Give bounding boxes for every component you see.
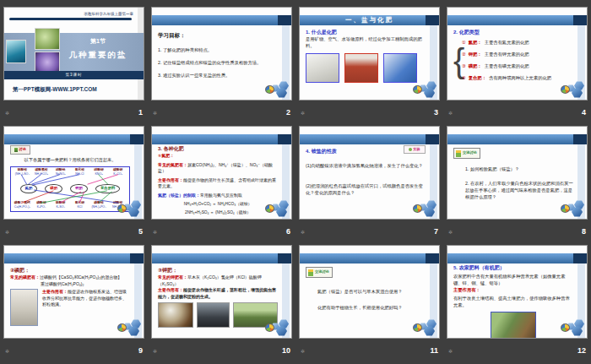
- chemical-equation: 2NH₃+H₂SO₄ ＝ (NH₄)₂SO₄（硫铵）: [158, 209, 278, 215]
- cell-footer: ✲ 2: [151, 101, 292, 124]
- slide-6-thumbnail[interactable]: 3. 各种化肥 ①氮肥： 常见的氮肥有：尿素CO(NH₂)₂、NH₄⁺（铵盐）、…: [151, 126, 292, 220]
- grid-cell-10: ③钾肥： 常见的钾肥有：草木灰（K₂CO₃）氯化钾（KCl）硫酸钾（K₂SO₄）…: [151, 245, 292, 362]
- blue-fertilizer-bag-photo: [383, 53, 417, 83]
- row-label: 常见的钾肥有：: [158, 274, 187, 280]
- slide-number: 1: [138, 108, 143, 117]
- slide-4-thumbnail[interactable]: 2. 化肥类型 { ① 氮肥： 主要含有氮元素的化肥 ② 钾肥： 主要含有钾元素…: [447, 7, 588, 101]
- question-text: (2)把湿润的红色石蕊试纸放在试管口，试纸颜色是否发生变化？变化的原因是什么？: [306, 183, 426, 197]
- slide-content: 交流讨论 氮肥（铵盐）是否可以与草木灰混合使用？ 化肥有助于植物生长，长期使用化…: [306, 267, 426, 336]
- slide-content: 交流讨论 1. 如何检验氮肥（铵盐）？ 2. 在农村，人们常取少量白色粉末状的化…: [453, 148, 573, 217]
- row-label: 主要作用有：: [158, 177, 183, 182]
- question-text: 2. 在农村，人们常取少量白色粉末状的化肥和消石灰一起放在手掌心搓，通过闻气味来…: [465, 181, 573, 201]
- slide-watermark-icon: ✲: [153, 348, 157, 354]
- ppt-site-logo-icon: [264, 200, 290, 217]
- slide-number: 4: [582, 108, 586, 117]
- ppt-site-logo-icon: [560, 200, 585, 217]
- grid-cell-3: 一、盐与化肥 1. 什么是化肥 是用矿物、空气、水等做原料，经过化学加工精制而成…: [299, 7, 440, 124]
- slide-banner: [447, 15, 587, 25]
- matching-diagram: 硫酸铵(NH₄)₂SO₄ 碳酸氢铵NH₄HCO₃ 硝酸钠NaNO₃ 氯化铵NH₄…: [10, 166, 130, 212]
- row-label: 氮肥（铵盐）的制取：: [158, 193, 200, 198]
- grid-cell-4: 2. 化肥类型 { ① 氮肥： 主要含有氮元素的化肥 ② 钾肥： 主要含有钾元素…: [447, 7, 588, 124]
- slide-number: 5: [138, 227, 143, 236]
- row-text: 过磷酸钙【CaSO₄和Ca(H₂PO₄)₂的混合物】: [40, 274, 122, 280]
- cell-footer: ✲ 1: [3, 101, 144, 124]
- cell-footer: ✲ 5: [3, 220, 144, 243]
- slide-10-thumbnail[interactable]: ③钾肥： 常见的钾肥有：草木灰（K₂CO₃）氯化钾（KCl）硫酸钾（K₂SO₄）…: [151, 245, 292, 339]
- stamp-label: 讨论: [19, 147, 26, 152]
- row-label: 主要作用有：: [158, 287, 183, 292]
- slide-thumbnail-grid: 浙教版科学九年级上册第一章 第1节 几种重要的盐 第3课时 第一PPT模板网-W…: [0, 0, 591, 364]
- slide-number: 12: [577, 346, 586, 355]
- experiment-stamp-icon: 实验: [404, 145, 426, 154]
- cell-footer: ✲ 7: [299, 220, 440, 243]
- wood-ash-photo: [158, 302, 193, 328]
- slide-content: 5. 农家肥料（有机肥） 农家肥料中含有大量有机物和多种营养元素（如微量元素硼、…: [453, 264, 573, 336]
- ppt-site-logo-icon: [560, 81, 585, 98]
- slide-9-thumbnail[interactable]: ②磷肥： 常见的磷肥有：过磷酸钙【CaSO₄和Ca(H₂PO₄)₂的混合物】 重…: [3, 245, 144, 339]
- session-text: 第3课时: [4, 71, 144, 79]
- slide-11-thumbnail[interactable]: 交流讨论 氮肥（铵盐）是否可以与草木灰混合使用？ 化肥有助于植物生长，长期使用化…: [299, 245, 440, 339]
- cells-photo-green: [35, 28, 60, 50]
- topic-heading: ③钾肥：: [158, 267, 278, 274]
- slide-2-thumbnail[interactable]: 学习目标： 1. 了解化肥的种类和特点。 2. 记住铵盐组成特点和铵盐的化学性质…: [151, 7, 292, 101]
- topic-heading: ②磷肥：: [10, 267, 130, 274]
- slide-number: 2: [286, 108, 290, 117]
- substance-formula: NH₄HCO₃: [32, 172, 52, 177]
- type-label: 复合肥：: [469, 75, 486, 82]
- discussion-stamp-icon: 讨论: [10, 145, 30, 155]
- slide-watermark-icon: ✲: [153, 110, 157, 116]
- slide-watermark-icon: ✲: [448, 229, 453, 235]
- type-row: ④ 复合肥： 含有两种或两种以上元素的化肥: [462, 75, 551, 82]
- pie-chart-icon: [413, 323, 422, 332]
- preparation: 氮肥（铵盐）的制取：常用酸与氨气反应制取: [158, 193, 278, 199]
- bottom-block: 主要作用有：能促进农作物根系发达、增强吸收养分和抗寒抗旱能力，促进作物穗数增多、…: [10, 289, 130, 326]
- slide-1-thumbnail[interactable]: 浙教版科学九年级上册第一章 第1节 几种重要的盐 第3课时 第一PPT模板网-W…: [3, 7, 144, 101]
- slide-watermark-icon: ✲: [153, 229, 157, 235]
- slide-banner: [447, 134, 587, 144]
- slide-5-thumbnail[interactable]: 讨论 以下各属于哪一类肥料？用线条将它们连起来。 硫酸铵(NH₄)₂SO₄ 碳酸…: [3, 126, 144, 220]
- category-ovals: 氮肥 磷肥 钾肥 复合肥料: [11, 184, 129, 194]
- question-text: 1. 如何检验氮肥（铵盐）？: [465, 166, 573, 173]
- slide-content: 讨论 以下各属于哪一类肥料？用线条将它们连起来。 硫酸铵(NH₄)₂SO₄ 碳酸…: [10, 145, 130, 217]
- ppt-site-logo-icon: [412, 319, 437, 336]
- exercise-question: 以下各属于哪一类肥料？用线条将它们连起来。: [10, 157, 130, 164]
- mini-picture-icon: [409, 148, 412, 151]
- slide-watermark-icon: ✲: [5, 348, 9, 354]
- pie-chart-icon: [265, 323, 274, 332]
- mini-picture-icon: [308, 269, 313, 276]
- slide-watermark-icon: ✲: [5, 229, 9, 235]
- grid-cell-12: 5. 农家肥料（有机肥） 农家肥料中含有大量有机物和多种营养元素（如微量元素硼、…: [447, 245, 588, 362]
- slide-watermark-icon: ✲: [448, 348, 453, 354]
- grid-cell-6: 3. 各种化肥 ①氮肥： 常见的氮肥有：尿素CO(NH₂)₂、NH₄⁺（铵盐）、…: [151, 126, 292, 243]
- cell-footer: ✲ 4: [447, 101, 588, 124]
- slide-3-thumbnail[interactable]: 一、盐与化肥 1. 什么是化肥 是用矿物、空气、水等做原料，经过化学加工精制而成…: [299, 7, 440, 101]
- slide-12-thumbnail[interactable]: 5. 农家肥料（有机肥） 农家肥料中含有大量有机物和多种营养元素（如微量元素硼、…: [447, 245, 588, 339]
- substance-formula: (NH₄)₂SO₄: [13, 172, 32, 177]
- type-row: ③ 磷肥： 主要含有磷元素的化肥: [462, 63, 551, 70]
- slide-number: 10: [282, 346, 290, 355]
- substance-formula: (NH₄)₃PO₄: [89, 205, 109, 209]
- question-text: (1)向硝酸铵浓溶液中滴加氢氧化钠溶液，发生了什么变化？: [306, 163, 426, 170]
- common-p-fertilizers: 常见的磷肥有：过磷酸钙【CaSO₄和Ca(H₂PO₄)₂的混合物】: [10, 274, 130, 281]
- topic-heading: 2. 化肥类型: [453, 29, 573, 36]
- type-label: 钾肥：: [469, 52, 482, 58]
- slide-banner: 一、盐与化肥: [300, 15, 439, 25]
- slide-banner: [4, 253, 144, 263]
- pie-chart-icon: [561, 323, 570, 332]
- pie-chart-icon: [561, 204, 570, 213]
- slide-content: ②磷肥： 常见的磷肥有：过磷酸钙【CaSO₄和Ca(H₂PO₄)₂的混合物】 重…: [10, 267, 130, 336]
- title-block: 第1节 几种重要的盐: [62, 37, 133, 61]
- slide-number: 7: [434, 227, 438, 236]
- mini-picture-icon: [456, 150, 461, 157]
- organic-description: 农家肥料中含有大量有机物和多种营养元素（如微量元素硼、锌、铜、锰、钼等）: [453, 274, 573, 287]
- row-label: 主要作用有：: [453, 287, 573, 294]
- lesson-number: 第1节: [62, 37, 133, 46]
- ppt-site-logo-icon: [412, 81, 437, 98]
- grid-cell-2: 学习目标： 1. 了解化肥的种类和特点。 2. 记住铵盐组成特点和铵盐的化学性质…: [151, 7, 292, 124]
- section-title: 一、盐与化肥: [300, 15, 439, 25]
- slide-8-thumbnail[interactable]: 交流讨论 1. 如何检验氮肥（铵盐）？ 2. 在农村，人们常取少量白色粉末状的化…: [447, 126, 588, 220]
- main-effect: 主要作用有：能促使农作物生长旺盛，茎秆粗壮，增强抗病虫害能力，促进糖和淀粉的生成…: [158, 287, 278, 300]
- slide-7-thumbnail[interactable]: 4. 铵盐的性质 实验 (1)向硝酸铵浓溶液中滴加氢氧化钠溶液，发生了什么变化？…: [299, 126, 440, 220]
- pie-chart-icon: [413, 85, 422, 94]
- mini-picture-icon: [14, 148, 18, 152]
